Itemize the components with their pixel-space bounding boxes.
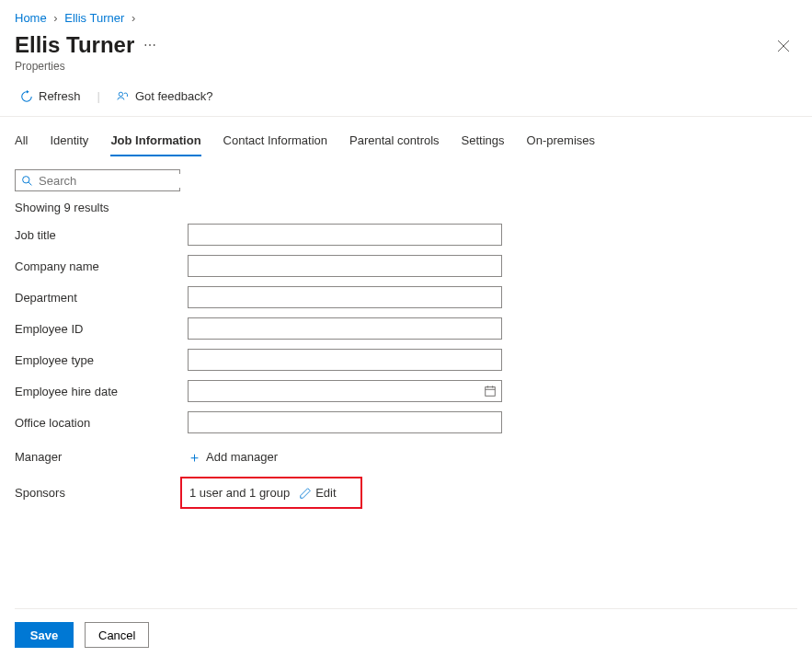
sponsors-edit-button[interactable]: Edit bbox=[299, 486, 336, 500]
label-hire-date: Employee hire date bbox=[15, 385, 188, 398]
label-manager: Manager bbox=[15, 450, 188, 464]
feedback-label: Got feedback? bbox=[135, 89, 213, 103]
pencil-icon bbox=[299, 487, 312, 500]
svg-line-2 bbox=[29, 182, 31, 185]
label-employee-id: Employee ID bbox=[15, 322, 188, 336]
search-icon bbox=[21, 174, 33, 187]
svg-point-1 bbox=[23, 176, 29, 182]
edit-label: Edit bbox=[315, 486, 336, 500]
breadcrumb-user[interactable]: Ellis Turner bbox=[64, 11, 124, 25]
add-manager-button[interactable]: ＋ Add manager bbox=[188, 450, 278, 464]
page-header: Ellis Turner ⋯ Properties bbox=[0, 29, 812, 76]
divider: | bbox=[97, 89, 100, 103]
refresh-button[interactable]: Refresh bbox=[15, 86, 86, 107]
chevron-right-icon: › bbox=[132, 11, 135, 25]
add-manager-label: Add manager bbox=[206, 450, 278, 464]
label-job-title: Job title bbox=[15, 228, 188, 242]
breadcrumb: Home › Ellis Turner › bbox=[0, 0, 812, 29]
label-sponsors: Sponsors bbox=[15, 486, 188, 500]
svg-rect-3 bbox=[486, 387, 496, 397]
input-hire-date[interactable] bbox=[188, 380, 502, 402]
tab-all[interactable]: All bbox=[15, 126, 28, 156]
more-actions-button[interactable]: ⋯ bbox=[143, 38, 156, 52]
cancel-button[interactable]: Cancel bbox=[85, 622, 149, 648]
tab-on-premises[interactable]: On-premises bbox=[527, 126, 595, 156]
tab-job-information[interactable]: Job Information bbox=[110, 126, 200, 156]
label-office-location: Office location bbox=[15, 416, 188, 430]
page-subtitle: Properties bbox=[15, 60, 156, 73]
sponsors-highlight: 1 user and 1 group Edit bbox=[180, 477, 362, 509]
tab-list: All Identity Job Information Contact Inf… bbox=[0, 126, 812, 156]
svg-point-0 bbox=[119, 92, 122, 96]
refresh-label: Refresh bbox=[39, 89, 81, 103]
tab-identity[interactable]: Identity bbox=[50, 126, 88, 156]
label-department: Department bbox=[15, 291, 188, 305]
search-box[interactable] bbox=[15, 169, 180, 191]
input-employee-id[interactable] bbox=[188, 317, 502, 340]
save-button[interactable]: Save bbox=[15, 622, 74, 648]
page-title: Ellis Turner bbox=[15, 32, 134, 58]
footer-bar: Save Cancel bbox=[15, 608, 797, 648]
label-employee-type: Employee type bbox=[15, 353, 188, 367]
input-office-location[interactable] bbox=[188, 411, 502, 433]
plus-icon: ＋ bbox=[188, 450, 200, 464]
command-bar: Refresh | Got feedback? bbox=[0, 76, 812, 117]
tab-contact-information[interactable]: Contact Information bbox=[223, 126, 327, 156]
results-count: Showing 9 results bbox=[15, 201, 797, 214]
input-employee-type[interactable] bbox=[188, 349, 502, 371]
search-input[interactable] bbox=[39, 174, 193, 188]
tab-parental-controls[interactable]: Parental controls bbox=[349, 126, 440, 156]
input-company-name[interactable] bbox=[188, 255, 502, 277]
calendar-icon[interactable] bbox=[484, 385, 497, 398]
input-job-title[interactable] bbox=[188, 224, 502, 246]
tab-settings[interactable]: Settings bbox=[462, 126, 505, 156]
close-icon bbox=[777, 40, 790, 52]
content-area: Showing 9 results Job title Company name… bbox=[0, 156, 812, 522]
close-button[interactable] bbox=[770, 32, 797, 60]
feedback-button[interactable]: Got feedback? bbox=[111, 86, 219, 107]
label-company-name: Company name bbox=[15, 259, 188, 273]
sponsors-value: 1 user and 1 group bbox=[189, 486, 290, 500]
breadcrumb-home[interactable]: Home bbox=[15, 11, 47, 25]
input-department[interactable] bbox=[188, 286, 502, 308]
feedback-icon bbox=[117, 90, 130, 103]
refresh-icon bbox=[20, 90, 33, 103]
chevron-right-icon: › bbox=[53, 11, 57, 25]
